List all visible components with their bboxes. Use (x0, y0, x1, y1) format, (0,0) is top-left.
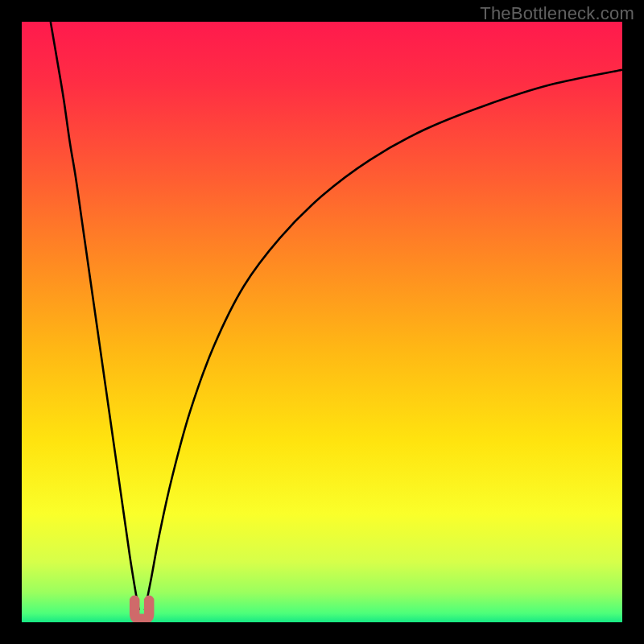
outer-frame: TheBottleneck.com (0, 0, 644, 644)
gradient-background (22, 22, 622, 622)
watermark-text: TheBottleneck.com (480, 3, 634, 24)
chart-svg (22, 22, 622, 622)
plot-area (22, 22, 622, 622)
